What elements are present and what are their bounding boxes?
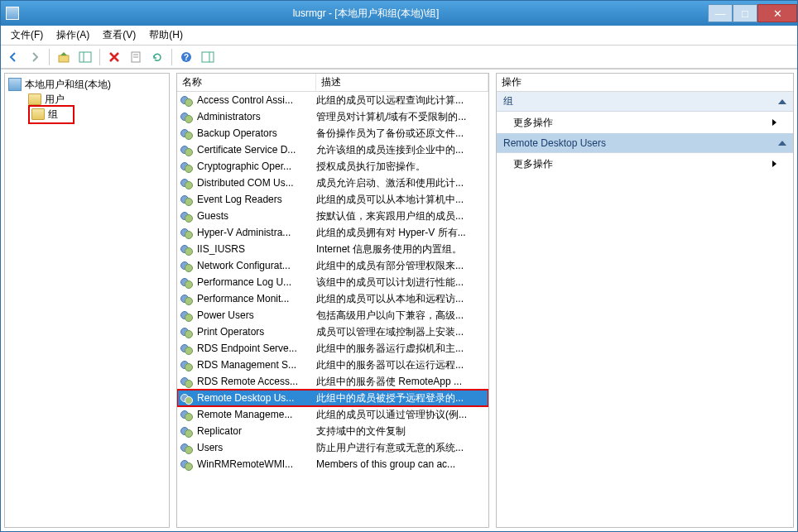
row-desc: 此组中的服务器使 RemoteApp ... — [316, 375, 485, 389]
list-row[interactable]: Remote Desktop Us...此组中的成员被授予远程登录的... — [177, 390, 488, 406]
actions-section-selected-label: Remote Desktop Users — [503, 137, 606, 149]
actions-more-2[interactable]: 更多操作 — [497, 153, 793, 175]
actions-header-label: 操作 — [502, 75, 522, 89]
group-icon — [180, 325, 194, 338]
delete-button[interactable] — [105, 48, 123, 66]
list-row[interactable]: Network Configurat...此组中的成员有部分管理权限来... — [177, 257, 488, 274]
properties-button[interactable] — [127, 48, 145, 66]
row-name: Certificate Service D... — [197, 144, 316, 156]
svg-rect-0 — [59, 55, 69, 62]
highlight-box: 组 — [28, 105, 75, 124]
toolbar: ? — [1, 46, 797, 69]
group-icon — [180, 226, 194, 239]
show-hide-tree-button[interactable] — [76, 48, 94, 66]
menu-view[interactable]: 查看(V) — [96, 26, 142, 44]
row-desc: 此组的成员可以从本地和远程访... — [316, 292, 485, 306]
group-icon — [180, 458, 194, 471]
refresh-button[interactable] — [148, 48, 166, 66]
list-row[interactable]: Users防止用户进行有意或无意的系统... — [177, 439, 488, 456]
group-icon — [180, 93, 194, 107]
back-button[interactable] — [4, 48, 22, 66]
list-row[interactable]: IIS_IUSRSInternet 信息服务使用的内置组。 — [177, 241, 488, 257]
actions-more-1[interactable]: 更多操作 — [497, 112, 793, 133]
list-header: 名称 描述 — [177, 74, 488, 92]
menu-action[interactable]: 操作(A) — [50, 26, 96, 44]
list-row[interactable]: Remote Manageme...此组的成员可以通过管理协议(例... — [177, 406, 488, 423]
col-name[interactable]: 名称 — [177, 74, 316, 91]
list-row[interactable]: Print Operators成员可以管理在域控制器上安装... — [177, 324, 488, 340]
row-desc: 此组的成员可以从本地计算机中... — [316, 193, 485, 207]
maximize-button[interactable]: □ — [733, 4, 757, 22]
mmc-icon — [8, 78, 22, 91]
list-row[interactable]: Backup Operators备份操作员为了备份或还原文件... — [177, 125, 488, 141]
group-icon — [180, 127, 194, 140]
action-pane-button[interactable] — [199, 48, 217, 66]
tree-node-groups[interactable]: 组 — [8, 107, 166, 122]
group-icon — [180, 176, 194, 189]
group-icon — [180, 242, 194, 256]
window-controls: — □ ✕ — [708, 4, 797, 22]
list-row[interactable]: Cryptographic Oper...授权成员执行加密操作。 — [177, 158, 488, 175]
row-desc: 允许该组的成员连接到企业中的... — [316, 143, 485, 157]
group-icon — [180, 391, 194, 405]
row-desc: 此组中的服务器可以在运行远程... — [316, 358, 485, 372]
list-row[interactable]: Access Control Assi...此组的成员可以远程查询此计算... — [177, 92, 488, 108]
row-name: RDS Endpoint Serve... — [197, 343, 316, 354]
forward-button[interactable] — [26, 48, 44, 66]
actions-more-label: 更多操作 — [513, 116, 553, 130]
menu-file[interactable]: 文件(F) — [4, 26, 50, 44]
separator — [49, 49, 50, 65]
row-desc: 此组中的成员有部分管理权限来... — [316, 259, 485, 273]
list-row[interactable]: RDS Management S...此组中的服务器可以在运行远程... — [177, 357, 488, 373]
group-icon — [180, 110, 194, 123]
group-icon — [180, 358, 194, 371]
row-desc: 此组的成员可以通过管理协议(例... — [316, 408, 485, 422]
group-icon — [180, 259, 194, 272]
list-row[interactable]: Event Log Readers此组的成员可以从本地计算机中... — [177, 191, 488, 208]
row-name: Power Users — [197, 309, 316, 321]
folder-icon — [28, 93, 41, 105]
row-name: Remote Desktop Us... — [197, 392, 316, 404]
list-body: Access Control Assi...此组的成员可以远程查询此计算...A… — [177, 92, 488, 527]
row-desc: 包括高级用户以向下兼容，高级... — [316, 309, 485, 323]
minimize-button[interactable]: — — [708, 4, 733, 22]
app-window: lusrmgr - [本地用户和组(本地)\组] — □ ✕ 文件(F) 操作(… — [0, 0, 798, 532]
list-row[interactable]: Hyper-V Administra...此组的成员拥有对 Hyper-V 所有… — [177, 224, 488, 241]
window-title: lusrmgr - [本地用户和组(本地)\组] — [24, 7, 708, 21]
col-desc[interactable]: 描述 — [316, 74, 488, 91]
actions-section-selected[interactable]: Remote Desktop Users — [497, 133, 793, 153]
row-desc: 管理员对计算机/域有不受限制的... — [316, 110, 485, 124]
list-row[interactable]: Administrators管理员对计算机/域有不受限制的... — [177, 108, 488, 125]
list-row[interactable]: Performance Monit...此组的成员可以从本地和远程访... — [177, 290, 488, 307]
row-desc: Internet 信息服务使用的内置组。 — [316, 242, 485, 256]
row-desc: 备份操作员为了备份或还原文件... — [316, 127, 485, 141]
actions-section-groups[interactable]: 组 — [497, 92, 793, 112]
list-row[interactable]: RDS Endpoint Serve...此组中的服务器运行虚拟机和主... — [177, 340, 488, 357]
list-row[interactable]: RDS Remote Access...此组中的服务器使 RemoteApp .… — [177, 373, 488, 390]
row-name: Print Operators — [197, 326, 316, 338]
tree-groups-label: 组 — [48, 108, 58, 122]
collapse-icon — [778, 141, 786, 146]
list-row[interactable]: Certificate Service D...允许该组的成员连接到企业中的..… — [177, 141, 488, 158]
row-name: Distributed COM Us... — [197, 177, 316, 189]
up-level-button[interactable] — [55, 48, 73, 66]
list-row[interactable]: Guests按默认值，来宾跟用户组的成员... — [177, 208, 488, 224]
list-row[interactable]: Performance Log U...该组中的成员可以计划进行性能... — [177, 274, 488, 290]
row-desc: 成员可以管理在域控制器上安装... — [316, 325, 485, 339]
nav-tree: 本地用户和组(本地) 用户 组 — [5, 74, 169, 125]
actions-panel: 操作 组 更多操作 Remote Desktop Users 更多操作 — [496, 73, 794, 528]
menu-help[interactable]: 帮助(H) — [142, 26, 190, 44]
list-row[interactable]: WinRMRemoteWMI...Members of this group c… — [177, 456, 488, 472]
help-button[interactable]: ? — [177, 48, 195, 66]
group-icon — [180, 160, 194, 173]
list-row[interactable]: Distributed COM Us...成员允许启动、激活和使用此计... — [177, 175, 488, 191]
list-row[interactable]: Replicator支持域中的文件复制 — [177, 423, 488, 439]
group-icon — [180, 292, 194, 305]
row-name: Guests — [197, 210, 316, 222]
close-button[interactable]: ✕ — [757, 4, 797, 22]
tree-root[interactable]: 本地用户和组(本地) — [8, 77, 166, 92]
list-row[interactable]: Power Users包括高级用户以向下兼容，高级... — [177, 307, 488, 324]
row-name: IIS_IUSRS — [197, 243, 316, 255]
actions-section-groups-label: 组 — [503, 94, 513, 108]
row-name: RDS Remote Access... — [197, 376, 316, 387]
